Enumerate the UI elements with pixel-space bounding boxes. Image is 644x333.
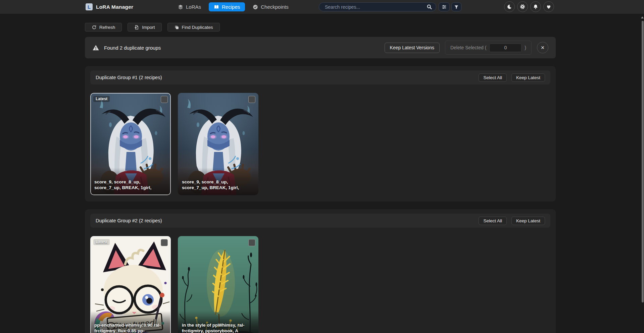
search-box xyxy=(319,2,436,11)
nav-tab-label: Recipes xyxy=(222,4,240,10)
banner-actions: Keep Latest Versions Delete Selected ( )… xyxy=(385,41,548,55)
main-nav: LoRAs Recipes Checkpoints xyxy=(175,0,292,14)
search-input[interactable] xyxy=(324,4,427,10)
copy-icon xyxy=(174,25,179,30)
group-cards: Latest score_9, score_8_up, score_7_up, … xyxy=(90,93,550,195)
select-all-button[interactable]: Select All xyxy=(479,73,507,82)
nav-tab-recipes[interactable]: Recipes xyxy=(209,2,245,11)
banner-message-wrap: Found 2 duplicate groups xyxy=(92,44,161,51)
nav-tab-label: Checkpoints xyxy=(261,4,289,10)
gear-icon xyxy=(520,4,525,9)
recipe-card[interactable]: score_9, score_8_up, score_7_up, BREAK, … xyxy=(178,93,258,195)
prompt-overlay: in the style of ppWhimsy, ral-frctlgmtry… xyxy=(178,311,258,333)
prompt-text: in the style of ppWhimsy, ral-frctlgmtry… xyxy=(182,322,254,333)
recipe-card[interactable]: Latest score_9, score_8_up, score_7_up, … xyxy=(90,93,171,195)
import-label: Import xyxy=(142,25,155,30)
navbar-actions xyxy=(504,1,554,12)
group-title: Duplicate Group #2 (2 recipes) xyxy=(96,218,162,223)
check-circle-icon xyxy=(253,4,258,10)
prompt-text: score_9, score_8_up, score_7_up, BREAK, … xyxy=(182,179,254,191)
selected-count-input[interactable] xyxy=(489,44,522,52)
nav-tab-label: LoRAs xyxy=(186,4,201,10)
duplicates-banner: Found 2 duplicate groups Keep Latest Ver… xyxy=(85,37,556,58)
heart-icon xyxy=(546,4,551,9)
filter-sliders-button[interactable] xyxy=(439,2,450,11)
prompt-text: score_9, score_8_up, score_7_up, BREAK, … xyxy=(94,179,167,191)
support-button[interactable] xyxy=(543,1,554,12)
group-cards: Latest pp-enchanted-whimsy:0.90 ral-frct… xyxy=(90,236,550,333)
funnel-icon xyxy=(454,5,459,9)
nav-tab-checkpoints[interactable]: Checkpoints xyxy=(249,2,292,11)
group-title: Duplicate Group #1 (2 recipes) xyxy=(96,75,162,80)
delete-selected-prefix: Delete Selected ( xyxy=(450,45,486,50)
group-actions: Select All Keep Latest xyxy=(479,217,545,225)
prompt-overlay: score_9, score_8_up, score_7_up, BREAK, … xyxy=(90,168,171,195)
recipe-checkbox[interactable] xyxy=(248,239,255,246)
app-title: LoRA Manager xyxy=(96,4,133,10)
book-icon xyxy=(214,4,219,10)
settings-button[interactable] xyxy=(517,1,528,12)
keep-latest-versions-button[interactable]: Keep Latest Versions xyxy=(385,43,440,53)
search-icon[interactable] xyxy=(427,4,432,10)
delete-selected-suffix: ) xyxy=(525,45,526,50)
app-logo-icon: L xyxy=(86,3,93,10)
keep-latest-button[interactable]: Keep Latest xyxy=(511,73,545,82)
brand: L LoRA Manager xyxy=(86,0,133,14)
duplicate-group-2: Duplicate Group #2 (2 recipes) Select Al… xyxy=(85,209,556,333)
prompt-overlay: score_9, score_8_up, score_7_up, BREAK, … xyxy=(178,168,258,195)
sliders-icon xyxy=(442,4,447,9)
select-all-button[interactable]: Select All xyxy=(479,217,507,225)
import-icon xyxy=(134,25,139,30)
moon-icon xyxy=(507,4,512,9)
refresh-label: Refresh xyxy=(99,25,115,30)
toolbar: Refresh Import Find Duplicates xyxy=(85,23,556,32)
recipe-checkbox[interactable] xyxy=(161,96,168,103)
prompt-overlay: pp-enchanted-whimsy:0.90 ral-frctlgmtry_… xyxy=(90,311,171,333)
main-content: Refresh Import Find Duplicates xyxy=(85,14,556,333)
scrollbar[interactable] xyxy=(641,14,644,333)
layers-icon xyxy=(178,4,183,10)
scrollbar-up-arrow[interactable] xyxy=(641,16,644,18)
recipe-card[interactable]: Latest pp-enchanted-whimsy:0.90 ral-frct… xyxy=(90,236,171,333)
prompt-text: pp-enchanted-whimsy:0.90 ral-frctlgmtry_… xyxy=(94,322,167,333)
find-duplicates-label: Find Duplicates xyxy=(182,25,213,30)
warning-icon xyxy=(92,44,99,51)
recipe-checkbox[interactable] xyxy=(248,96,255,103)
group-header: Duplicate Group #1 (2 recipes) Select Al… xyxy=(90,70,550,85)
close-icon[interactable]: × xyxy=(537,42,548,53)
group-actions: Select All Keep Latest xyxy=(479,73,545,82)
scrollbar-thumb[interactable] xyxy=(642,21,644,302)
import-button[interactable]: Import xyxy=(128,23,161,32)
recipe-card[interactable]: in the style of ppWhimsy, ral-frctlgmtry… xyxy=(178,236,258,333)
group-header: Duplicate Group #2 (2 recipes) Select Al… xyxy=(90,214,550,228)
nav-tab-loras[interactable]: LoRAs xyxy=(175,2,204,11)
keep-latest-button[interactable]: Keep Latest xyxy=(511,217,545,225)
theme-toggle-button[interactable] xyxy=(504,1,515,12)
recipe-checkbox[interactable] xyxy=(161,239,168,246)
latest-badge: Latest xyxy=(93,96,110,102)
latest-badge: Latest xyxy=(93,239,110,245)
delete-selected-button[interactable]: Delete Selected ( ) xyxy=(445,41,532,55)
top-navbar: L LoRA Manager LoRAs Recipes Checkpo xyxy=(0,0,644,14)
find-duplicates-button[interactable]: Find Duplicates xyxy=(167,23,220,32)
bell-icon xyxy=(533,4,538,9)
filter-funnel-button[interactable] xyxy=(451,2,461,11)
banner-message: Found 2 duplicate groups xyxy=(104,45,161,51)
duplicate-group-1: Duplicate Group #1 (2 recipes) Select Al… xyxy=(85,66,556,202)
refresh-button[interactable]: Refresh xyxy=(85,23,122,32)
app-logo-letter: L xyxy=(88,4,91,10)
refresh-icon xyxy=(92,25,97,30)
notifications-button[interactable] xyxy=(530,1,541,12)
